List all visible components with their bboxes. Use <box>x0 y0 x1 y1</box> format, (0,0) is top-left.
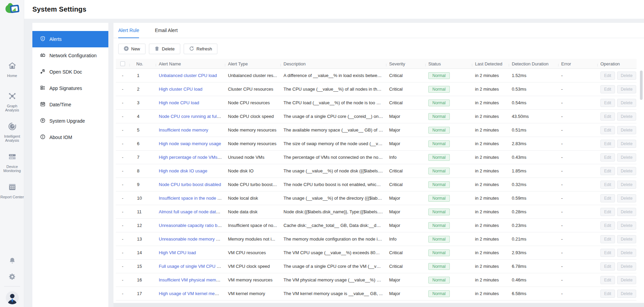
delete-row-button[interactable]: Delete <box>617 112 637 121</box>
delete-row-button[interactable]: Delete <box>617 194 637 202</box>
delete-row-button[interactable]: Delete <box>617 276 637 284</box>
alert-name-link[interactable]: High node disk IO usage <box>159 168 207 173</box>
alert-name-link[interactable]: Node CPU core running at full c... <box>159 114 225 119</box>
edit-button[interactable]: Edit <box>600 99 615 107</box>
severity-cell: Major <box>386 209 425 214</box>
delete-row-button[interactable]: Delete <box>617 249 637 257</box>
user-avatar[interactable] <box>6 291 19 304</box>
row-expand-cell: - <box>116 223 129 228</box>
delete-row-button[interactable]: Delete <box>617 181 637 189</box>
alert-name-link[interactable]: High cluster CPU load <box>159 87 202 92</box>
rail-item-home[interactable]: Home <box>0 61 24 92</box>
tab-email-alert[interactable]: Email Alert <box>155 23 178 38</box>
alert-name-link[interactable]: Node CPU turbo boost disabled <box>159 182 221 187</box>
select-all-checkbox[interactable] <box>120 61 125 66</box>
detection-duration-cell: 0.21ms <box>509 236 558 242</box>
table-row: -8High node disk IO usageNode disk IOThe… <box>116 164 637 178</box>
delete-row-button[interactable]: Delete <box>617 99 637 107</box>
alert-name-link[interactable]: High node swap memory usage <box>159 141 221 146</box>
sidebar-item-app-signatures[interactable]: App Signatures <box>32 80 108 96</box>
rail-item-report-center[interactable]: Report Center <box>0 183 24 213</box>
detection-duration-cell: 0.53ms <box>509 87 558 92</box>
edit-button[interactable]: Edit <box>600 276 615 284</box>
edit-button[interactable]: Edit <box>600 262 615 271</box>
sidebar-item-alerts[interactable]: Alerts <box>32 31 108 47</box>
alert-name-link[interactable]: High usage of VM kernel memory <box>159 291 225 296</box>
operation-cell: EditDelete <box>597 221 637 230</box>
refresh-button[interactable]: Refresh <box>184 44 218 54</box>
delete-row-button[interactable]: Delete <box>617 208 637 216</box>
edit-button[interactable]: Edit <box>600 235 615 243</box>
rail-item-graph-analysis[interactable]: Graph Analysis <box>0 92 24 122</box>
edit-button[interactable]: Edit <box>600 208 615 216</box>
delete-row-button[interactable]: Delete <box>617 167 637 175</box>
sidebar-item-open-sdk-doc[interactable]: Open SDK Doc <box>32 64 108 80</box>
sidebar-item-date-time[interactable]: Date/Time <box>32 96 108 113</box>
row-expand-cell: - <box>116 264 129 269</box>
alert-type-cell: Unbalanced cluster res... <box>225 73 280 78</box>
alert-name-link[interactable]: Unbalanced cluster CPU load <box>159 73 217 78</box>
detection-duration-cell: 2.93ms <box>509 250 558 255</box>
severity-cell: Major <box>386 223 425 228</box>
notifications-bell-icon[interactable] <box>0 257 24 264</box>
delete-button-label: Delete <box>162 46 175 51</box>
vertical-scrollbar[interactable] <box>640 71 643 101</box>
status-badge: Normal <box>428 263 450 270</box>
refresh-button-label: Refresh <box>197 46 212 51</box>
edit-button[interactable]: Edit <box>600 112 615 121</box>
delete-row-button[interactable]: Delete <box>617 262 637 271</box>
delete-button[interactable]: Delete <box>149 44 180 54</box>
delete-row-button[interactable]: Delete <box>617 221 637 230</box>
delete-row-button[interactable]: Delete <box>617 153 637 162</box>
column-header-name: Alert Name <box>156 61 225 66</box>
error-cell: - <box>558 250 597 255</box>
edit-button[interactable]: Edit <box>600 153 615 162</box>
edit-button[interactable]: Edit <box>600 290 615 298</box>
alert-name-link[interactable]: Full usage of single VM CPU core <box>159 264 225 269</box>
settings-gear-icon[interactable] <box>0 273 24 280</box>
sidebar-item-system-upgrade[interactable]: System Upgrade <box>32 113 108 129</box>
edit-button[interactable]: Edit <box>600 181 615 189</box>
detection-duration-cell: 0.28ms <box>509 209 558 214</box>
delete-row-button[interactable]: Delete <box>617 290 637 298</box>
edit-button[interactable]: Edit <box>600 72 615 80</box>
edit-button[interactable]: Edit <box>600 126 615 134</box>
rail-item-device-monitoring[interactable]: Device Monitoring <box>0 152 24 183</box>
alert-name-link[interactable]: Unreasonable node memory co... <box>159 236 224 242</box>
alert-name-link[interactable]: Insufficient node memory <box>159 127 208 133</box>
alert-name-link[interactable]: Insufficient space in the node sy... <box>159 196 225 201</box>
row-dash: - <box>122 141 123 146</box>
rail-item-intelligent-analysis[interactable]: Intelligent Analysis <box>0 122 24 152</box>
table-row: -9Node CPU turbo boost disabledNode CPU … <box>116 178 637 191</box>
edit-button[interactable]: Edit <box>600 194 615 202</box>
alert-name-link[interactable]: High VM CPU load <box>159 250 196 255</box>
alert-name-link[interactable]: Almost full usage of node data d... <box>159 209 225 214</box>
alert-name-cell: Node CPU turbo boost disabled <box>156 182 225 187</box>
delete-row-button[interactable]: Delete <box>617 85 637 93</box>
alert-type-cell: Node CPU turbo boost ... <box>225 182 280 187</box>
edit-button[interactable]: Edit <box>600 140 615 148</box>
edit-button[interactable]: Edit <box>600 249 615 257</box>
delete-row-button[interactable]: Delete <box>617 140 637 148</box>
alert-name-cell: High node CPU load <box>156 100 225 105</box>
detection-duration-cell: 0.43ms <box>509 155 558 160</box>
alert-name-link[interactable]: High node CPU load <box>159 100 199 105</box>
tab-alert-rule[interactable]: Alert Rule <box>118 23 139 38</box>
alert-name-link[interactable]: Insufficient VM physical memor... <box>159 277 224 282</box>
edit-button[interactable]: Edit <box>600 85 615 93</box>
operation-cell: EditDelete <box>597 99 637 107</box>
horizontal-scrollbar[interactable] <box>113 303 644 307</box>
edit-button[interactable]: Edit <box>600 221 615 230</box>
alert-name-link[interactable]: High percentage of node VMs n... <box>159 155 225 160</box>
last-detected-cell: in 2 minutes <box>472 209 509 214</box>
edit-button[interactable]: Edit <box>600 167 615 175</box>
delete-row-button[interactable]: Delete <box>617 126 637 134</box>
alert-name-link[interactable]: Unreasonable capacity ratio bet... <box>159 223 225 228</box>
column-header-no: No. <box>129 61 156 66</box>
table-row: -17High usage of VM kernel memoryVM kern… <box>116 287 637 301</box>
sidebar-item-network-configuration[interactable]: Network Configuration <box>32 47 108 64</box>
delete-row-button[interactable]: Delete <box>617 72 637 80</box>
delete-row-button[interactable]: Delete <box>617 235 637 243</box>
new-button[interactable]: New <box>118 44 145 54</box>
sidebar-item-about-iom[interactable]: About IOM <box>32 129 108 145</box>
